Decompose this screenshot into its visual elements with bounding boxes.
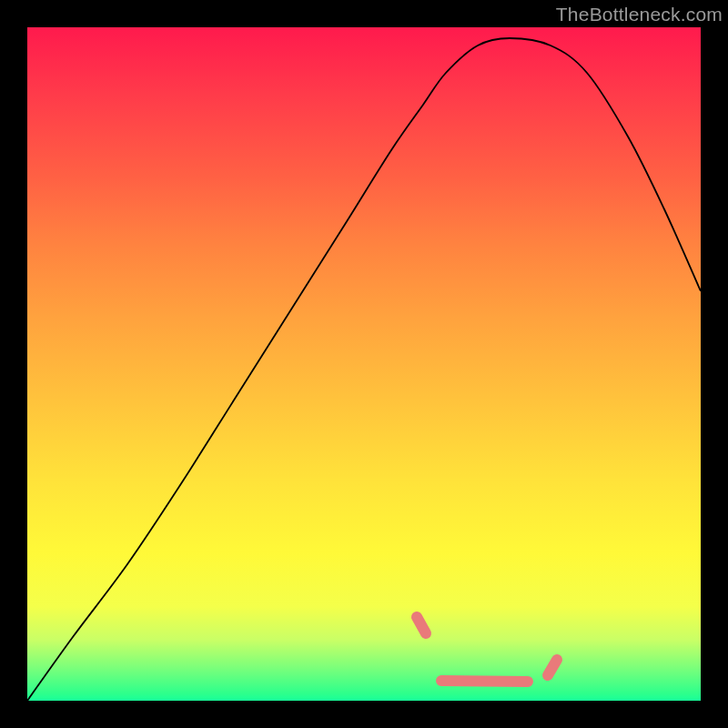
- chart-frame: TheBottleneck.com: [0, 0, 728, 728]
- chart-plot-area: [27, 27, 701, 701]
- marker-segment-2: [548, 660, 557, 675]
- marker-segment-1: [441, 681, 528, 682]
- watermark-text: TheBottleneck.com: [556, 4, 723, 25]
- marker-group: [417, 617, 557, 682]
- chart-svg: [27, 27, 701, 701]
- marker-segment-0: [417, 617, 426, 633]
- bottleneck-curve: [27, 38, 701, 701]
